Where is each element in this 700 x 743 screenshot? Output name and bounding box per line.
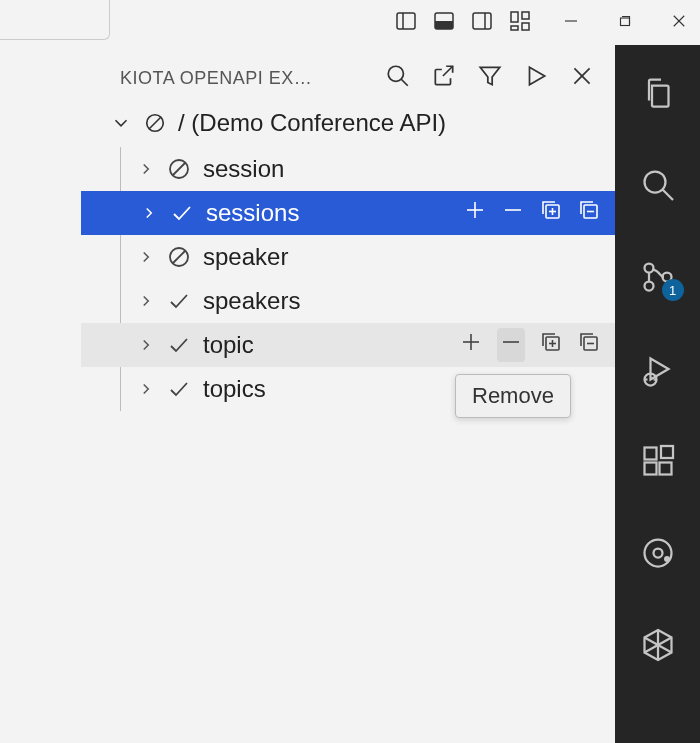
svg-rect-83 (644, 448, 656, 460)
close-panel-icon[interactable] (569, 63, 595, 93)
testing-icon[interactable] (638, 533, 678, 573)
window-restore-icon[interactable] (616, 12, 634, 34)
chevron-right-icon (140, 204, 158, 222)
kiota-icon[interactable] (638, 625, 678, 665)
svg-point-14 (388, 66, 403, 81)
svg-point-88 (653, 549, 662, 558)
chevron-down-icon (110, 112, 132, 134)
check-icon (167, 333, 191, 357)
svg-line-21 (150, 118, 161, 129)
tree-node-label: sessions (206, 199, 451, 227)
tree-node-label: speakers (203, 287, 607, 315)
add-endpoint-icon[interactable] (459, 330, 483, 360)
panel-right-icon[interactable] (470, 9, 494, 37)
chevron-right-icon (137, 248, 155, 266)
tree-root[interactable]: / (Demo Conference API) (80, 105, 615, 147)
activity-bar: 1 (615, 45, 700, 743)
panel-left-icon[interactable] (394, 9, 418, 37)
svg-rect-6 (511, 12, 518, 22)
search-icon[interactable] (385, 63, 411, 93)
panel-bottom-icon[interactable] (432, 9, 456, 37)
svg-rect-8 (511, 26, 518, 30)
window-minimize-icon[interactable] (562, 12, 580, 34)
tree-node[interactable]: sessions (81, 191, 615, 235)
svg-line-75 (662, 190, 673, 201)
chevron-right-icon (137, 292, 155, 310)
source-control-icon[interactable]: 1 (638, 257, 678, 297)
add-all-icon[interactable] (539, 198, 563, 228)
tree-node[interactable]: speaker (121, 235, 615, 279)
svg-rect-84 (644, 463, 656, 475)
svg-marker-17 (530, 67, 545, 84)
svg-rect-7 (522, 12, 529, 19)
tree-node[interactable]: topic (81, 323, 615, 367)
panel-title: KIOTA OPENAPI EX… (120, 68, 320, 89)
svg-rect-11 (621, 18, 630, 26)
add-endpoint-icon[interactable] (463, 198, 487, 228)
svg-point-89 (664, 556, 670, 562)
extensions-icon[interactable] (638, 441, 678, 481)
chevron-right-icon (137, 336, 155, 354)
chevron-right-icon (137, 380, 155, 398)
scm-badge: 1 (662, 279, 684, 301)
svg-rect-0 (397, 13, 415, 29)
inactive-tab-stub (0, 0, 110, 40)
remove-all-icon[interactable] (577, 198, 601, 228)
svg-line-23 (173, 163, 185, 175)
panel-header: KIOTA OPENAPI EX… (80, 57, 615, 105)
svg-marker-16 (480, 67, 500, 84)
remove-endpoint-icon[interactable] (501, 198, 525, 228)
tree-node-label: topic (203, 331, 447, 359)
svg-line-15 (401, 79, 408, 86)
deny-icon (144, 112, 166, 134)
svg-point-77 (644, 282, 653, 291)
tree-root-label: / (Demo Conference API) (178, 109, 446, 137)
svg-point-87 (644, 540, 671, 567)
svg-rect-3 (435, 21, 453, 29)
svg-rect-4 (473, 13, 491, 29)
svg-point-74 (644, 172, 665, 193)
tree-node-label: speaker (203, 243, 607, 271)
svg-rect-85 (659, 463, 671, 475)
open-file-icon[interactable] (431, 63, 457, 93)
remove-tooltip: Remove (455, 374, 571, 418)
svg-marker-79 (650, 359, 668, 380)
svg-rect-86 (661, 446, 673, 458)
tree-node[interactable]: session (121, 147, 615, 191)
search-activity-icon[interactable] (638, 165, 678, 205)
svg-point-76 (644, 264, 653, 273)
svg-rect-9 (522, 23, 529, 30)
filter-icon[interactable] (477, 63, 503, 93)
add-all-icon[interactable] (539, 330, 563, 360)
layout-grid-icon[interactable] (508, 9, 532, 37)
check-icon (167, 289, 191, 313)
deny-icon (167, 245, 191, 269)
window-close-icon[interactable] (670, 12, 688, 34)
deny-icon (167, 157, 191, 181)
generate-icon[interactable] (523, 63, 549, 93)
check-icon (170, 201, 194, 225)
tree-node[interactable]: speakers (121, 279, 615, 323)
remove-all-icon[interactable] (577, 330, 601, 360)
check-icon (167, 377, 191, 401)
tree-node-label: session (203, 155, 607, 183)
chevron-right-icon (137, 160, 155, 178)
remove-endpoint-icon[interactable] (497, 328, 525, 362)
run-debug-icon[interactable] (638, 349, 678, 389)
svg-line-41 (173, 251, 185, 263)
api-tree: / (Demo Conference API) sessionsessionss… (80, 105, 615, 411)
explorer-icon[interactable] (638, 73, 678, 113)
